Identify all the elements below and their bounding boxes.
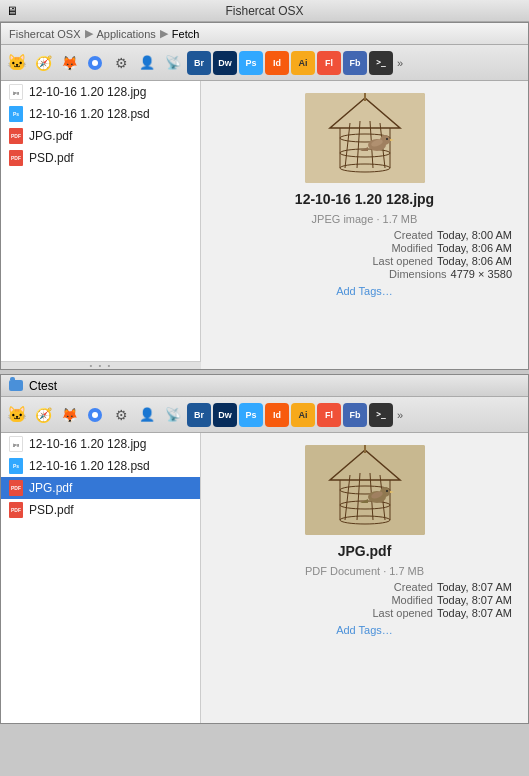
add-tags-1[interactable]: Add Tags… xyxy=(336,285,393,297)
preview-image-2 xyxy=(305,445,425,535)
breadcrumb-sep-1: ▶ xyxy=(85,27,93,40)
list-item[interactable]: jpg 12-10-16 1.20 128.jpg xyxy=(1,433,200,455)
preview-label: Dimensions xyxy=(357,268,447,280)
br-icon-2[interactable]: Br xyxy=(187,403,211,427)
pdf-file-icon-2: PDF xyxy=(9,150,23,166)
list-item[interactable]: PDF JPG.pdf xyxy=(1,125,200,147)
preview-row: Last opened Today, 8:06 AM xyxy=(217,255,512,267)
dw-icon-2[interactable]: Dw xyxy=(213,403,237,427)
list-item[interactable]: Ps 12-10-16 1.20 128.psd xyxy=(1,103,200,125)
window-1: Fishercat OSX ▶ Applications ▶ Fetch 🐱 🧭… xyxy=(0,22,529,370)
file-name: PSD.pdf xyxy=(29,503,74,517)
toolbar-1: 🐱 🧭 🦊 ⚙ 👤 📡 Br Dw Ps Id Ai Fl Fb >_ » xyxy=(1,45,528,81)
fishercat-icon-2[interactable]: 🐱 xyxy=(5,403,29,427)
contacts-icon[interactable]: 👤 xyxy=(135,51,159,75)
pdf-file-icon-4: PDF xyxy=(9,502,23,518)
more-icons-button[interactable]: » xyxy=(397,57,403,69)
preview-value: Today, 8:06 AM xyxy=(437,255,512,267)
title-bar-text: Fishercat OSX xyxy=(225,4,303,18)
preview-filename-1: 12-10-16 1.20 128.jpg xyxy=(295,191,434,207)
preview-label: Created xyxy=(343,229,433,241)
preview-value: Today, 8:06 AM xyxy=(437,242,512,254)
preview-panel-2: JPG.pdf PDF Document · 1.7 MB Created To… xyxy=(201,433,528,723)
safari-icon[interactable]: 🧭 xyxy=(31,51,55,75)
ai-icon[interactable]: Ai xyxy=(291,51,315,75)
file-name: PSD.pdf xyxy=(29,151,74,165)
file-name: 12-10-16 1.20 128.jpg xyxy=(29,437,146,451)
list-item[interactable]: Ps 12-10-16 1.20 128.psd xyxy=(1,455,200,477)
svg-rect-22 xyxy=(305,445,425,535)
more-icons-button-2[interactable]: » xyxy=(397,409,403,421)
preview-filename-2: JPG.pdf xyxy=(338,543,392,559)
preview-table-2: Created Today, 8:07 AM Modified Today, 8… xyxy=(217,581,512,620)
list-item[interactable]: PDF PSD.pdf xyxy=(1,499,200,521)
fb-icon-2[interactable]: Fb xyxy=(343,403,367,427)
list-item[interactable]: PDF PSD.pdf xyxy=(1,147,200,169)
breadcrumb-applications[interactable]: Applications xyxy=(97,28,156,40)
folder-title-bar: Ctest xyxy=(1,375,528,397)
firefox-icon-2[interactable]: 🦊 xyxy=(57,403,81,427)
jpg-file-icon: jpg xyxy=(9,84,23,100)
terminal-icon-2[interactable]: >_ xyxy=(369,403,393,427)
settings-icon[interactable]: ⚙ xyxy=(109,51,133,75)
svg-point-37 xyxy=(386,490,388,492)
ps-icon[interactable]: Ps xyxy=(239,51,263,75)
fb-icon[interactable]: Fb xyxy=(343,51,367,75)
resize-handle-dots: • • • xyxy=(90,361,113,370)
jpg-file-icon-2: jpg xyxy=(9,436,23,452)
chrome-icon-2[interactable] xyxy=(83,403,107,427)
preview-row: Created Today, 8:07 AM xyxy=(217,581,512,593)
chrome-icon[interactable] xyxy=(83,51,107,75)
toolbar-2: 🐱 🧭 🦊 ⚙ 👤 📡 Br Dw Ps Id Ai Fl Fb >_ » xyxy=(1,397,528,433)
safari-icon-2[interactable]: 🧭 xyxy=(31,403,55,427)
psd-file-icon-2: Ps xyxy=(9,458,23,474)
ps-icon-2[interactable]: Ps xyxy=(239,403,263,427)
preview-meta-1: JPEG image · 1.7 MB xyxy=(312,213,418,225)
resize-handle-1[interactable]: • • • xyxy=(1,361,201,369)
file-name: JPG.pdf xyxy=(29,129,72,143)
breadcrumb-fetch[interactable]: Fetch xyxy=(172,28,200,40)
fl-icon[interactable]: Fl xyxy=(317,51,341,75)
preview-label: Modified xyxy=(343,594,433,606)
preview-label: Modified xyxy=(343,242,433,254)
add-tags-2[interactable]: Add Tags… xyxy=(336,624,393,636)
preview-value: Today, 8:07 AM xyxy=(437,581,512,593)
svg-point-21 xyxy=(92,412,98,418)
ai-icon-2[interactable]: Ai xyxy=(291,403,315,427)
scanner-icon[interactable]: 📡 xyxy=(161,51,185,75)
pdf-file-icon-3: PDF xyxy=(9,480,23,496)
file-list-2: jpg 12-10-16 1.20 128.jpg Ps 12-10-16 1.… xyxy=(1,433,201,723)
terminal-icon[interactable]: >_ xyxy=(369,51,393,75)
list-item-selected[interactable]: PDF JPG.pdf xyxy=(1,477,200,499)
preview-row: Last opened Today, 8:07 AM xyxy=(217,607,512,619)
fishercat-icon[interactable]: 🐱 xyxy=(5,51,29,75)
breadcrumb-fishercat[interactable]: Fishercat OSX xyxy=(9,28,81,40)
preview-row: Modified Today, 8:06 AM xyxy=(217,242,512,254)
breadcrumb-sep-2: ▶ xyxy=(160,27,168,40)
svg-point-17 xyxy=(386,138,388,140)
fl-icon-2[interactable]: Fl xyxy=(317,403,341,427)
content-area-2: jpg 12-10-16 1.20 128.jpg Ps 12-10-16 1.… xyxy=(1,433,528,723)
preview-table-1: Created Today, 8:00 AM Modified Today, 8… xyxy=(217,229,512,281)
scanner-icon-2[interactable]: 📡 xyxy=(161,403,185,427)
preview-meta-2: PDF Document · 1.7 MB xyxy=(305,565,424,577)
contacts-icon-2[interactable]: 👤 xyxy=(135,403,159,427)
psd-file-icon: Ps xyxy=(9,106,23,122)
preview-image-1 xyxy=(305,93,425,183)
br-icon[interactable]: Br xyxy=(187,51,211,75)
dw-icon[interactable]: Dw xyxy=(213,51,237,75)
file-name: JPG.pdf xyxy=(29,481,72,495)
file-list-1: jpg 12-10-16 1.20 128.jpg Ps 12-10-16 1.… xyxy=(1,81,201,361)
preview-value: Today, 8:07 AM xyxy=(437,594,512,606)
id-icon[interactable]: Id xyxy=(265,51,289,75)
svg-rect-2 xyxy=(305,93,425,183)
firefox-icon[interactable]: 🦊 xyxy=(57,51,81,75)
list-item[interactable]: jpg 12-10-16 1.20 128.jpg xyxy=(1,81,200,103)
id-icon-2[interactable]: Id xyxy=(265,403,289,427)
file-name: 12-10-16 1.20 128.jpg xyxy=(29,85,146,99)
content-area-1: jpg 12-10-16 1.20 128.jpg Ps 12-10-16 1.… xyxy=(1,81,528,361)
title-bar: 🖥 Fishercat OSX xyxy=(0,0,529,22)
settings-icon-2[interactable]: ⚙ xyxy=(109,403,133,427)
preview-row: Created Today, 8:00 AM xyxy=(217,229,512,241)
preview-label: Created xyxy=(343,581,433,593)
